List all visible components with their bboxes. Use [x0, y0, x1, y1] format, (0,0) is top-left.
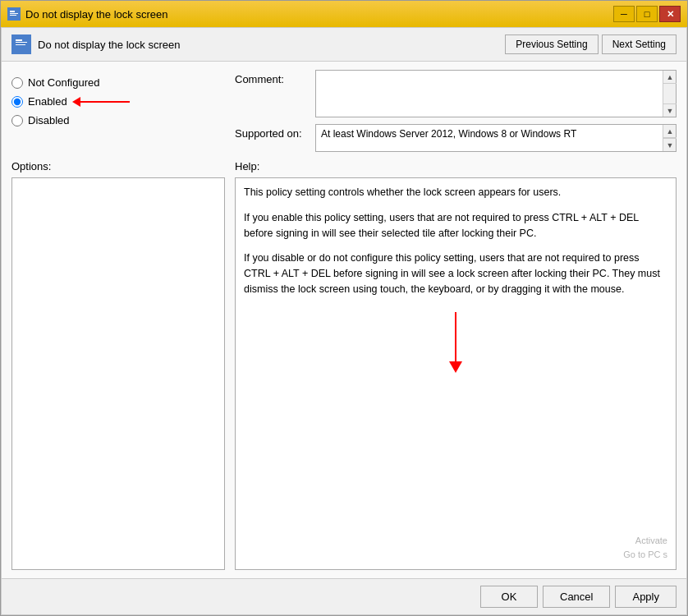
- help-paragraph-2: If you enable this policy setting, users…: [244, 210, 667, 241]
- vertical-arrow-line: [455, 312, 456, 361]
- window-body: Do not display the lock screen Previous …: [1, 27, 687, 615]
- supported-label: Supported on:: [235, 124, 309, 140]
- prev-setting-button[interactable]: Previous Setting: [505, 34, 598, 54]
- left-panel: Not Configured Enabled: [11, 70, 225, 152]
- header-left: Do not display the lock screen: [11, 34, 180, 54]
- next-setting-button[interactable]: Next Setting: [602, 34, 677, 54]
- help-paragraph-3: If you disable or do not configure this …: [244, 251, 667, 297]
- svg-rect-5: [16, 39, 22, 41]
- options-title: Options:: [11, 160, 225, 172]
- header-buttons: Previous Setting Next Setting: [505, 34, 677, 54]
- supported-scroll-down[interactable]: ▼: [663, 138, 677, 151]
- not-configured-label: Not Configured: [28, 76, 99, 89]
- window-icon: [7, 7, 21, 21]
- title-bar: Do not display the lock screen ─ □ ✕: [1, 1, 687, 27]
- vertical-arrow-head: [449, 361, 462, 373]
- title-bar-left: Do not display the lock screen: [7, 7, 167, 21]
- top-section: Not Configured Enabled: [11, 70, 677, 152]
- help-box: This policy setting controls whether the…: [235, 177, 677, 570]
- close-button[interactable]: ✕: [659, 6, 681, 22]
- supported-row: Supported on: At least Windows Server 20…: [235, 124, 677, 152]
- supported-box: At least Windows Server 2012, Windows 8 …: [315, 124, 677, 152]
- enabled-arrow: [72, 97, 130, 107]
- not-configured-radio[interactable]: Not Configured: [11, 76, 225, 89]
- maximize-button[interactable]: □: [636, 6, 658, 22]
- header-section: Do not display the lock screen Previous …: [2, 28, 686, 62]
- scroll-up-arrow[interactable]: ▲: [663, 71, 677, 84]
- svg-rect-6: [16, 42, 27, 43]
- disabled-label: Disabled: [28, 114, 70, 126]
- arrow-line: [80, 101, 130, 103]
- help-title: Help:: [235, 160, 677, 172]
- comment-label: Comment:: [235, 70, 309, 85]
- ok-button[interactable]: OK: [480, 586, 538, 608]
- svg-rect-3: [10, 15, 16, 16]
- scroll-down-arrow[interactable]: ▼: [663, 103, 677, 117]
- svg-rect-2: [10, 13, 18, 14]
- svg-rect-1: [10, 11, 15, 12]
- options-panel: Options:: [11, 160, 225, 570]
- supported-value: At least Windows Server 2012, Windows 8 …: [316, 125, 663, 151]
- comment-field-container: ▲ ▼: [315, 70, 677, 117]
- header-icon: [11, 34, 31, 54]
- radio-group: Not Configured Enabled: [11, 70, 225, 126]
- title-bar-controls: ─ □ ✕: [613, 6, 681, 22]
- header-title: Do not display the lock screen: [38, 39, 180, 51]
- comment-row: Comment: ▲ ▼: [235, 70, 677, 117]
- enabled-radio[interactable]: Enabled: [11, 95, 67, 108]
- bottom-section: Options: Help: This policy setting contr…: [11, 160, 677, 570]
- minimize-button[interactable]: ─: [613, 6, 635, 22]
- disabled-input[interactable]: [11, 115, 23, 126]
- watermark-line1: Activate: [623, 534, 667, 548]
- disabled-radio[interactable]: Disabled: [11, 114, 225, 126]
- vertical-red-arrow: [449, 312, 462, 373]
- right-panel: Comment: ▲ ▼ Supported on: At least: [235, 70, 677, 152]
- svg-rect-7: [16, 44, 25, 45]
- activate-watermark: Activate Go to PC s: [623, 534, 667, 561]
- vertical-arrow-container: [244, 307, 667, 373]
- content-area: Not Configured Enabled: [2, 62, 686, 578]
- comment-scrollbar: ▲ ▼: [663, 71, 676, 117]
- help-panel: Help: This policy setting controls wheth…: [235, 160, 677, 570]
- watermark-line2: Go to PC s: [623, 548, 667, 562]
- supported-scroll-up[interactable]: ▲: [663, 125, 677, 138]
- arrow-head: [72, 97, 80, 107]
- comment-textarea[interactable]: [316, 71, 663, 117]
- enabled-label: Enabled: [28, 95, 67, 108]
- not-configured-input[interactable]: [11, 77, 23, 89]
- apply-button[interactable]: Apply: [615, 586, 677, 608]
- footer: OK Cancel Apply: [2, 578, 686, 614]
- help-paragraph-1: This policy setting controls whether the…: [244, 185, 667, 200]
- enabled-input[interactable]: [11, 96, 23, 108]
- cancel-button[interactable]: Cancel: [543, 586, 610, 608]
- supported-scrollbar: ▲ ▼: [663, 125, 676, 151]
- title-bar-text: Do not display the lock screen: [25, 8, 167, 21]
- main-window: Do not display the lock screen ─ □ ✕ Do: [0, 0, 688, 616]
- options-box: [11, 177, 225, 570]
